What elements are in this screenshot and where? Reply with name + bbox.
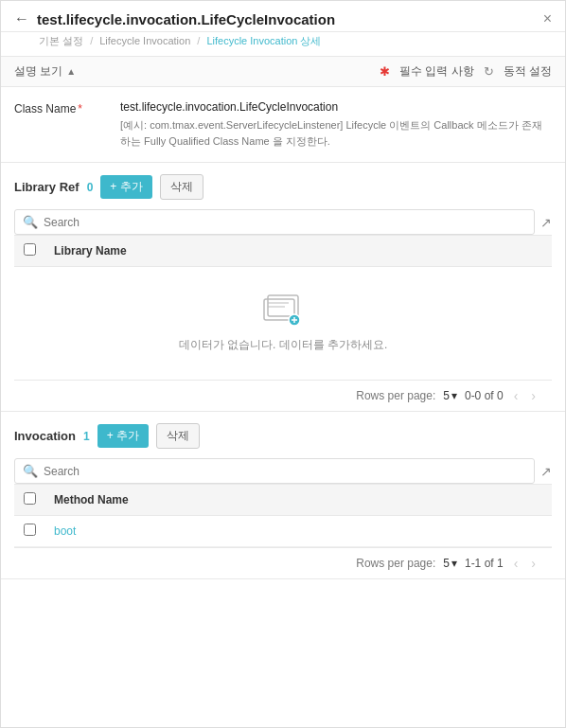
invocation-select-all-checkbox[interactable]	[24, 492, 36, 505]
library-ref-rows-count: 0-0 of 0	[465, 389, 504, 402]
invocation-next-button[interactable]: ›	[528, 556, 539, 571]
invocation-rows-count: 1-1 of 1	[465, 557, 504, 570]
breadcrumb-sep2: /	[197, 35, 200, 46]
invocation-search-icon: 🔍	[23, 464, 38, 478]
chevron-up-icon: ▲	[66, 66, 76, 77]
library-name-column-label: Library Name	[54, 244, 127, 257]
class-name-label: Class Name *	[14, 100, 109, 115]
invocation-add-button[interactable]: + 추가	[97, 424, 149, 448]
library-ref-select-all-checkbox[interactable]	[24, 243, 36, 256]
breadcrumb-sep1: /	[90, 35, 93, 46]
class-name-required: *	[78, 102, 82, 115]
library-ref-prev-button[interactable]: ‹	[511, 388, 522, 403]
library-ref-pagination: Rows per page: 5 ▾ 0-0 of 0 ‹ ›	[14, 380, 552, 411]
dynamic-settings-label: 동적 설정	[504, 63, 552, 80]
library-ref-title: Library Ref	[14, 180, 80, 194]
library-ref-search-icon: 🔍	[23, 215, 38, 229]
library-ref-search-input[interactable]	[44, 216, 526, 229]
library-ref-next-button[interactable]: ›	[528, 388, 539, 403]
invocation-external-link-icon[interactable]: ↗	[540, 464, 552, 479]
method-name-column-label: Method Name	[54, 493, 129, 506]
invocation-pagination: Rows per page: 5 ▾ 1-1 of 1 ‹ ›	[14, 547, 552, 578]
breadcrumb-current[interactable]: Lifecycle Invocation 상세	[206, 35, 321, 46]
invocation-rows-select[interactable]: 5 ▾	[443, 557, 457, 570]
library-ref-empty-state: 데이터가 없습니다. 데이터를 추가하세요.	[14, 267, 552, 380]
library-ref-external-link-icon[interactable]: ↗	[540, 215, 552, 230]
library-ref-section: Library Ref 0 + 추가 삭제 🔍 ↗ Library Name	[1, 163, 565, 412]
empty-state-icon	[260, 293, 306, 329]
invocation-search-bar: 🔍	[14, 458, 535, 484]
class-name-value: test.lifecycle.invocation.LifeCycleInvoc…	[120, 100, 552, 114]
back-button[interactable]: ←	[14, 10, 29, 27]
description-toggle[interactable]: 설명 보기	[14, 63, 62, 80]
library-ref-rows-per-page-label: Rows per page:	[356, 389, 435, 402]
close-button[interactable]: ×	[543, 11, 552, 27]
toolbar: 설명 보기 ▲ ✱ 필수 입력 사항 ↻ 동적 설정	[1, 57, 565, 87]
breadcrumb-mid[interactable]: Lifecycle Invocation	[99, 35, 190, 46]
invocation-row-checkbox[interactable]	[24, 524, 36, 536]
invocation-row-boot-link[interactable]: boot	[54, 524, 76, 538]
class-name-section: Class Name * test.lifecycle.invocation.L…	[1, 87, 565, 163]
invocation-search-input[interactable]	[44, 465, 526, 478]
invocation-column-header: Method Name	[14, 484, 552, 516]
breadcrumb-base: 기본 설정	[39, 35, 83, 46]
page-title: test.lifecycle.invocation.LifeCycleInvoc…	[37, 11, 335, 27]
invocation-prev-button[interactable]: ‹	[511, 556, 522, 571]
library-ref-search-bar: 🔍	[14, 209, 535, 235]
library-ref-add-button[interactable]: + 추가	[100, 175, 151, 199]
invocation-rows-per-page-label: Rows per page:	[356, 557, 435, 570]
library-ref-empty-text: 데이터가 없습니다. 데이터를 추가하세요.	[179, 337, 388, 353]
library-ref-rows-select[interactable]: 5 ▾	[443, 389, 457, 402]
table-row: boot	[14, 516, 552, 547]
required-label: 필수 입력 사항	[399, 63, 474, 80]
library-ref-column-header: Library Name	[14, 235, 552, 267]
invocation-badge: 1	[83, 430, 90, 443]
required-star-icon: ✱	[380, 64, 390, 79]
refresh-icon[interactable]: ↻	[484, 64, 494, 79]
class-name-description: [예시: com.tmax.event.ServerLifecycleLinst…	[120, 117, 552, 149]
library-ref-delete-button[interactable]: 삭제	[160, 174, 203, 200]
breadcrumb: 기본 설정 / Lifecycle Invocation / Lifecycle…	[1, 32, 565, 57]
library-ref-badge: 0	[87, 181, 94, 194]
invocation-title: Invocation	[14, 429, 76, 443]
invocation-delete-button[interactable]: 삭제	[156, 423, 200, 449]
invocation-section: Invocation 1 + 추가 삭제 🔍 ↗ Method Name	[1, 412, 565, 579]
